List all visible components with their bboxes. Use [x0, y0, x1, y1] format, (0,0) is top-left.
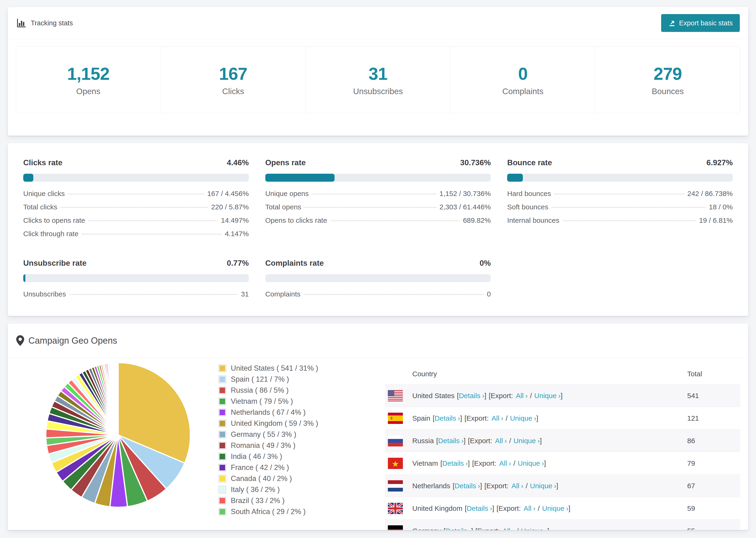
opens-rate-bar	[265, 174, 491, 182]
stat-value: 279	[654, 64, 682, 84]
rate-detail-value: 18 / 0%	[709, 203, 733, 211]
legend-item[interactable]: Russia ( 86 / 5% )	[219, 386, 318, 395]
rates-card: Clicks rate 4.46% Unique clicks 167 / 4.…	[8, 143, 748, 316]
export-all-link[interactable]: All›	[503, 527, 514, 530]
legend-label: United Kingdom ( 59 / 3% )	[231, 419, 318, 428]
stat-value: 31	[369, 64, 387, 84]
flag-icon-es	[388, 413, 403, 424]
country-name: Russia	[412, 437, 434, 445]
bar-chart-icon	[16, 18, 27, 28]
details-link[interactable]: Details›	[459, 392, 484, 400]
rate-detail-label: Unique clicks	[23, 190, 65, 198]
clicks-rate-bar	[23, 174, 249, 182]
dotted-leader	[330, 220, 460, 221]
geo-table-row: Spain[Details›][Export:All›/Unique›] 121	[385, 407, 740, 429]
geo-table-row: United States[Details›][Export:All›/Uniq…	[385, 384, 740, 407]
legend-label: Brazil ( 33 / 2% )	[231, 497, 285, 505]
dotted-leader	[554, 194, 684, 194]
rate-detail-value: 2,303 / 61.446%	[440, 203, 491, 211]
rate-detail-value: 220 / 5.87%	[211, 203, 249, 211]
legend-item[interactable]: Spain ( 121 / 7% )	[219, 375, 318, 384]
dotted-leader	[552, 207, 706, 208]
legend-item[interactable]: Netherlands ( 67 / 4% )	[219, 408, 318, 417]
legend-swatch	[219, 497, 226, 504]
export-unique-link[interactable]: Unique›	[534, 392, 561, 400]
geo-table-row: Germany[Details›][Export:All›/Unique›] 5…	[385, 519, 740, 530]
complaints-rate-bar	[265, 274, 491, 282]
pie-legend: United States ( 541 / 31% ) Spain ( 121 …	[219, 364, 318, 516]
export-unique-link[interactable]: Unique›	[542, 505, 568, 512]
export-unique-link[interactable]: Unique›	[530, 482, 556, 490]
country-name: Netherlands	[412, 482, 450, 490]
legend-swatch	[219, 365, 226, 372]
stat-box: 1,152 Opens	[16, 46, 161, 113]
bounce-rate-title: Bounce rate	[507, 158, 552, 167]
legend-swatch	[219, 409, 226, 416]
bounce-rate-bar	[507, 174, 733, 182]
rate-detail-value: 1,152 / 30.736%	[440, 190, 491, 198]
legend-item[interactable]: United States ( 541 / 31% )	[219, 364, 318, 372]
details-link[interactable]: Details›	[446, 527, 471, 530]
dotted-leader	[304, 207, 436, 208]
stat-label: Unsubscribes	[353, 86, 403, 96]
export-unique-link[interactable]: Unique›	[521, 527, 547, 530]
export-all-link[interactable]: All›	[492, 414, 503, 422]
country-cell: United States[Details›][Export:All›/Uniq…	[403, 392, 687, 400]
details-link[interactable]: Details›	[442, 459, 468, 467]
geo-opens-pie-chart[interactable]	[41, 358, 195, 513]
legend-item[interactable]: United Kingdom ( 59 / 3% )	[219, 419, 318, 428]
export-all-link[interactable]: All›	[516, 392, 527, 400]
total-column-header: Total	[687, 370, 740, 378]
stat-box: 167 Clicks	[161, 46, 306, 113]
rate-detail-label: Total clicks	[23, 203, 57, 211]
legend-item[interactable]: Italy ( 36 / 2% )	[219, 485, 318, 494]
rate-detail-value: 0	[487, 290, 491, 298]
export-all-link[interactable]: All›	[495, 437, 507, 445]
legend-swatch	[219, 398, 226, 405]
export-all-link[interactable]: All›	[512, 482, 523, 490]
legend-item[interactable]: India ( 46 / 3% )	[219, 452, 318, 461]
country-cell: United Kingdom[Details›][Export:All›/Uni…	[403, 505, 687, 512]
rate-detail-value: 14.497%	[221, 216, 249, 224]
legend-swatch	[219, 431, 226, 438]
details-link[interactable]: Details›	[435, 414, 460, 422]
export-basic-stats-button[interactable]: Export basic stats	[661, 14, 740, 32]
legend-item[interactable]: Germany ( 55 / 3% )	[219, 430, 318, 439]
export-all-link[interactable]: All›	[523, 505, 535, 512]
rate-detail-row: Hard bounces 242 / 86.738%	[507, 190, 733, 203]
bounce-rate-value: 6.927%	[706, 158, 733, 167]
geo-title: Campaign Geo Opens	[16, 335, 117, 346]
stat-label: Complaints	[502, 86, 543, 96]
rate-detail-value: 167 / 4.456%	[207, 190, 249, 198]
legend-label: Spain ( 121 / 7% )	[231, 375, 289, 384]
legend-item[interactable]: Brazil ( 33 / 2% )	[219, 497, 318, 505]
flag-icon-ru	[388, 435, 403, 447]
export-icon	[668, 19, 676, 27]
campaign-geo-opens-card: Campaign Geo Opens United States ( 541 /…	[8, 323, 748, 530]
country-cell: Russia[Details›][Export:All›/Unique›]	[403, 437, 687, 445]
legend-item[interactable]: South Africa ( 29 / 2% )	[219, 508, 318, 516]
bounce-rate-section: Bounce rate 6.927% Hard bounces 242 / 86…	[507, 158, 733, 243]
legend-item[interactable]: Canada ( 40 / 2% )	[219, 474, 318, 483]
export-unique-link[interactable]: Unique›	[513, 437, 540, 445]
geo-table-row: United Kingdom[Details›][Export:All›/Uni…	[385, 497, 740, 519]
export-all-link[interactable]: All›	[499, 459, 511, 467]
details-link[interactable]: Details›	[467, 505, 492, 512]
export-unique-link[interactable]: Unique›	[510, 414, 536, 422]
details-link[interactable]: Details›	[455, 482, 480, 490]
stat-label: Opens	[76, 86, 100, 96]
country-cell: Germany[Details›][Export:All›/Unique›]	[403, 527, 687, 530]
legend-item[interactable]: Romania ( 49 / 3% )	[219, 441, 318, 450]
stat-value: 0	[518, 64, 527, 84]
rate-detail-row: Clicks to opens rate 14.497%	[23, 216, 249, 230]
details-link[interactable]: Details›	[438, 437, 464, 445]
geo-table-row: Vietnam[Details›][Export:All›/Unique›] 7…	[385, 452, 740, 474]
clicks-rate-section: Clicks rate 4.46% Unique clicks 167 / 4.…	[23, 158, 249, 243]
rate-detail-row: Unsubscribes 31	[23, 290, 249, 303]
legend-item[interactable]: France ( 42 / 2% )	[219, 463, 318, 472]
rate-detail-label: Opens to clicks rate	[265, 216, 327, 224]
legend-swatch	[219, 453, 226, 460]
complaints-rate-section: Complaints rate 0% Complaints 0	[265, 259, 491, 303]
legend-item[interactable]: Vietnam ( 79 / 5% )	[219, 397, 318, 405]
export-unique-link[interactable]: Unique›	[518, 459, 544, 467]
